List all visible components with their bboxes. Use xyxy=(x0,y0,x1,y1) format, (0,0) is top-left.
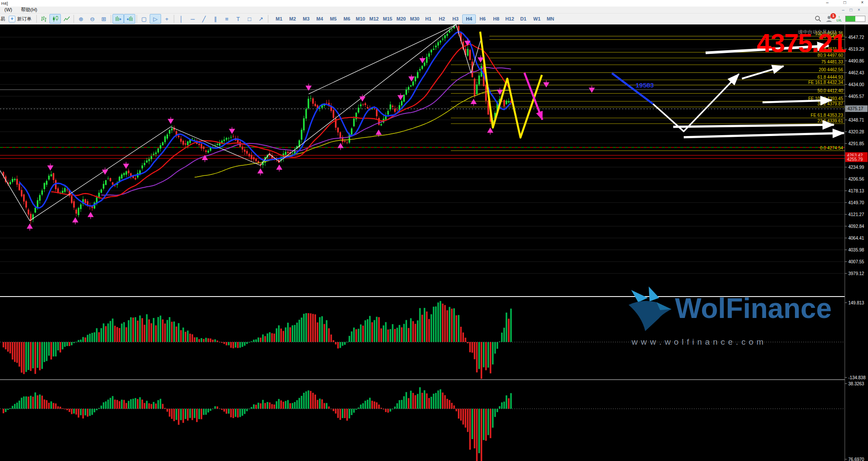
level-indicator[interactable]: ↑ LVL xyxy=(836,15,842,22)
timeframe-H12[interactable]: H12 xyxy=(503,14,517,24)
svg-text:4234.99: 4234.99 xyxy=(848,165,864,170)
svg-text:4405.57: 4405.57 xyxy=(848,94,864,99)
timeframe-M2[interactable]: M2 xyxy=(286,14,299,24)
text-tool-icon[interactable]: T xyxy=(232,14,244,24)
bar-chart-icon[interactable] xyxy=(38,14,49,24)
timeframe-H1[interactable]: H1 xyxy=(422,14,435,24)
timeframe-W1[interactable]: W1 xyxy=(530,14,544,24)
svg-text:4375.17: 4375.17 xyxy=(847,106,864,111)
svg-text:4320.28: 4320.28 xyxy=(848,129,864,134)
svg-text:3979.12: 3979.12 xyxy=(848,271,864,276)
svg-text:38.2 4379.87: 38.2 4379.87 xyxy=(818,101,843,106)
menu-item-help[interactable]: 帮助(H) xyxy=(17,7,42,13)
svg-text:4519.29: 4519.29 xyxy=(848,47,864,52)
timeframe-M6[interactable]: M6 xyxy=(340,14,354,24)
new-order-button[interactable]: + 新订单 xyxy=(7,16,35,22)
svg-text:4121.27: 4121.27 xyxy=(848,212,864,217)
svg-text:4547.72: 4547.72 xyxy=(848,35,864,40)
timeframe-H8[interactable]: H8 xyxy=(489,14,503,24)
crosshair-icon[interactable]: + xyxy=(161,14,172,24)
new-order-icon: + xyxy=(9,16,15,22)
timeframe-M15[interactable]: M15 xyxy=(381,14,394,24)
level-label: LVL xyxy=(836,19,842,22)
zoom-out-icon[interactable]: ⊖ xyxy=(87,14,98,24)
child-restore-icon[interactable]: □ xyxy=(850,7,852,13)
svg-text:4348.71: 4348.71 xyxy=(848,118,864,122)
svg-text:4092.84: 4092.84 xyxy=(848,224,864,229)
select-box-icon[interactable]: ▢ xyxy=(138,14,150,24)
cursor-icon[interactable]: ▷ xyxy=(150,14,161,24)
timeframe-M30[interactable]: M30 xyxy=(408,14,422,24)
svg-text:4064.41: 4064.41 xyxy=(848,236,864,241)
svg-text:4206.56: 4206.56 xyxy=(848,177,864,182)
price-axis: 4547.724519.294490.864462.434434.004405.… xyxy=(845,24,868,461)
blue-number-annotation: 19583 xyxy=(636,81,654,89)
timeframe-M5[interactable]: M5 xyxy=(327,14,340,24)
shapes-icon[interactable]: □ xyxy=(244,14,255,24)
svg-text:76.6970: 76.6970 xyxy=(848,457,864,461)
application-window: 100.0 4550.26300 4541.97261.8 4511.4580.… xyxy=(0,0,868,461)
search-icon[interactable] xyxy=(815,15,822,22)
timeframe-H4[interactable]: H4 xyxy=(462,14,476,24)
svg-text:4434.00: 4434.00 xyxy=(848,82,864,87)
svg-text:FE 161.8 4432.34: FE 161.8 4432.34 xyxy=(808,80,843,85)
svg-text:23.6 4339.61: 23.6 4339.61 xyxy=(818,119,843,123)
window-title: H4] xyxy=(1,1,8,6)
close-icon[interactable]: × xyxy=(859,0,865,5)
arrow-tool-icon[interactable]: ↗ xyxy=(255,14,267,24)
timeframe-H2[interactable]: H2 xyxy=(435,14,449,24)
svg-text:50.0 4412.40: 50.0 4412.40 xyxy=(818,88,843,93)
svg-text:4255.79: 4255.79 xyxy=(847,157,863,162)
big-price-annotation: 4375.21 xyxy=(723,28,846,58)
timeframe-M12[interactable]: M12 xyxy=(367,14,381,24)
child-close-icon[interactable]: × xyxy=(857,7,860,13)
timeframe-bar: M1M2M3M4M5M6M10M12M15M20M30H1H2H3H4H6H8H… xyxy=(272,14,557,24)
svg-text:4178.13: 4178.13 xyxy=(848,189,864,193)
restore-icon[interactable]: □ xyxy=(842,0,848,5)
trendline-icon[interactable]: ╱ xyxy=(198,14,210,24)
timeframe-H3[interactable]: H3 xyxy=(449,14,462,24)
line-chart-icon[interactable] xyxy=(61,14,72,24)
zoom-in-icon[interactable]: ⊕ xyxy=(75,14,87,24)
timeframe-M4[interactable]: M4 xyxy=(313,14,327,24)
svg-text:4035.98: 4035.98 xyxy=(848,248,864,252)
timeframe-M10[interactable]: M10 xyxy=(354,14,367,24)
equidistant-channel-icon[interactable]: ∥ xyxy=(210,14,221,24)
toolbar: 易 + 新订单 ⊕⊖⊞▢▷+│─╱∥≡T□↗ M1M2M3M4M5M6M10M1… xyxy=(0,14,868,24)
watermark-url: w w w . w o l f i n a n c e . c o m xyxy=(632,337,764,347)
svg-text:75 4481.33: 75 4481.33 xyxy=(821,59,843,64)
menu-item-window[interactable]: (W) xyxy=(0,7,17,13)
window-titlebar: H4] – □ × xyxy=(0,0,868,7)
account-button[interactable]: 1 xyxy=(825,15,833,23)
candlestick-chart-icon[interactable] xyxy=(49,14,61,24)
horizontal-line-icon[interactable]: ─ xyxy=(187,14,198,24)
vertical-line-icon[interactable]: │ xyxy=(176,14,187,24)
svg-text:200 4462.56: 200 4462.56 xyxy=(819,67,843,72)
timeframe-MN[interactable]: MN xyxy=(544,14,557,24)
connection-progress-bar xyxy=(845,16,865,22)
svg-text:4462.43: 4462.43 xyxy=(848,70,864,75)
new-order-label: 新订单 xyxy=(17,16,32,22)
timeframe-M20[interactable]: M20 xyxy=(394,14,408,24)
child-minimize-icon[interactable]: – xyxy=(842,7,845,13)
wolf-logo-icon xyxy=(622,282,677,337)
timeframe-H6[interactable]: H6 xyxy=(476,14,489,24)
svg-text:61.8 4444.93: 61.8 4444.93 xyxy=(818,75,843,80)
watermark-brand: WolFinance xyxy=(675,292,832,325)
svg-text:4149.70: 4149.70 xyxy=(848,200,864,205)
minimize-icon[interactable]: – xyxy=(824,0,830,5)
timeframe-M1[interactable]: M1 xyxy=(272,14,286,24)
menu-bar: (W)帮助(H) – □ × xyxy=(0,7,868,14)
svg-text:4291.85: 4291.85 xyxy=(848,141,864,146)
fibonacci-icon[interactable]: ≡ xyxy=(221,14,232,24)
svg-text:4007.55: 4007.55 xyxy=(848,259,864,264)
tile-windows-icon[interactable]: ⊞ xyxy=(98,14,109,24)
chart-shift-icon[interactable] xyxy=(124,14,135,24)
timeframe-M3[interactable]: M3 xyxy=(299,14,313,24)
svg-text:0.0 4274.54: 0.0 4274.54 xyxy=(820,146,843,150)
svg-text:38.3263: 38.3263 xyxy=(848,381,864,386)
auto-scroll-icon[interactable] xyxy=(112,14,124,24)
timeframe-D1[interactable]: D1 xyxy=(517,14,530,24)
notification-badge: 1 xyxy=(830,13,836,19)
chart-canvas[interactable]: 100.0 4550.26300 4541.97261.8 4511.4580.… xyxy=(0,0,868,461)
